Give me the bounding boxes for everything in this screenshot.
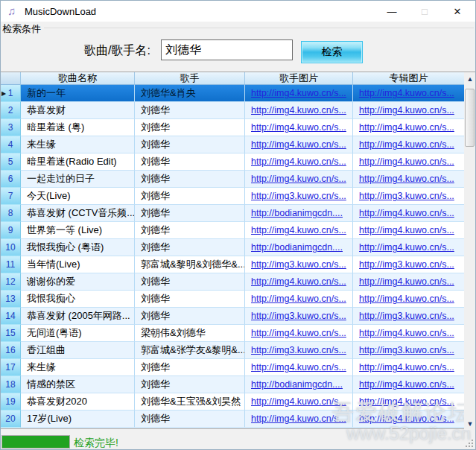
scroll-down-icon[interactable]: ▼ <box>464 417 476 430</box>
artist-image-link[interactable]: http://bodianimgcdn.... <box>251 379 343 390</box>
artist-image-link[interactable]: http://img4.kuwo.cn/s... <box>251 328 346 338</box>
cell-song-name[interactable]: 来生缘 <box>21 136 135 153</box>
artist-image-link[interactable]: http://img3.kuwo.cn/s... <box>251 345 346 355</box>
album-image-link[interactable]: http://img4.kuwo.cn/s... <box>359 139 454 150</box>
search-input[interactable] <box>161 39 293 60</box>
artist-image-link[interactable]: http://img3.kuwo.cn/s... <box>251 191 346 201</box>
row-number-cell[interactable]: ▶ 7 <box>1 188 21 205</box>
cell-artist[interactable]: 刘德华 <box>135 119 245 136</box>
row-number-cell[interactable]: ▶ 15 <box>1 325 21 342</box>
artist-image-link[interactable]: http://img4.kuwo.cn/s... <box>251 174 346 184</box>
cell-song-name[interactable]: 恭喜发财2020 <box>21 393 135 411</box>
row-number-cell[interactable]: ▶ 14 <box>1 308 21 325</box>
artist-image-link[interactable]: http://img4.kuwo.cn/s... <box>251 88 346 98</box>
header-song-name[interactable]: 歌曲名称 <box>21 72 135 85</box>
cell-song-name[interactable]: 恭喜发财 <box>21 102 135 119</box>
cell-song-name[interactable]: 今天(Live) <box>21 188 135 205</box>
cell-song-name[interactable]: 暗里着迷(Radio Edit) <box>21 153 135 171</box>
cell-song-name[interactable]: 世界第一等 (Live) <box>21 222 135 239</box>
scrollbar-thumb[interactable] <box>465 89 475 147</box>
album-image-link[interactable]: http://img4.kuwo.cn/s... <box>359 276 454 287</box>
album-image-link[interactable]: http://img4.kuwo.cn/s... <box>359 122 454 133</box>
row-number-cell[interactable]: ▶ 20 <box>1 411 21 428</box>
cell-artist[interactable]: 刘德华 <box>135 222 245 239</box>
search-button[interactable]: 检索 <box>301 41 363 63</box>
cell-artist[interactable]: 刘德华 <box>135 153 245 171</box>
row-number-cell[interactable]: ▶ 9 <box>1 222 21 239</box>
row-number-cell[interactable]: ▶ 2 <box>1 102 21 119</box>
cell-artist[interactable]: 刘德华 <box>135 411 245 428</box>
artist-image-link[interactable]: http://img4.kuwo.cn/s... <box>251 413 346 424</box>
artist-image-link[interactable]: http://img4.kuwo.cn/s... <box>251 276 346 287</box>
cell-artist[interactable]: 刘德华 <box>135 308 245 325</box>
album-image-link[interactable]: http://img4.kuwo.cn/s... <box>359 225 454 235</box>
cell-song-name[interactable]: 17岁(Live) <box>21 411 135 428</box>
row-number-cell[interactable]: ▶ 16 <box>1 342 21 359</box>
artist-image-link[interactable]: http://img4.kuwo.cn/s... <box>251 139 346 150</box>
cell-artist[interactable]: 刘德华 <box>135 239 245 256</box>
artist-image-link[interactable]: http://bodianimgcdn.... <box>251 208 343 218</box>
minimize-button[interactable]: — <box>375 1 408 22</box>
cell-artist[interactable]: 刘德华 <box>135 376 245 393</box>
cell-artist[interactable]: 刘德华 <box>135 102 245 119</box>
album-image-link[interactable]: http://img4.kuwo.cn/s... <box>359 88 454 98</box>
artist-image-link[interactable]: http://img4.kuwo.cn/s... <box>251 362 346 373</box>
artist-image-link[interactable]: http://img4.kuwo.cn/s... <box>251 105 346 115</box>
cell-song-name[interactable]: 新的一年 <box>21 85 135 102</box>
album-image-link[interactable]: http://img4.kuwo.cn/s... <box>359 413 454 424</box>
cell-artist[interactable]: 刘德华&王宝强&刘昊然 <box>135 393 245 411</box>
row-number-cell[interactable]: ▶ 4 <box>1 136 21 153</box>
cell-artist[interactable]: 梁朝伟&刘德华 <box>135 325 245 342</box>
artist-image-link[interactable]: http://img4.kuwo.cn/s... <box>251 396 346 407</box>
header-album-image[interactable]: 专辑图片 <box>353 72 464 85</box>
cell-song-name[interactable]: 来生缘 <box>21 359 135 376</box>
row-number-cell[interactable]: ▶ 11 <box>1 256 21 273</box>
scroll-up-icon[interactable]: ▲ <box>464 72 476 85</box>
cell-song-name[interactable]: 谢谢你的爱 <box>21 273 135 291</box>
cell-artist[interactable]: 刘德华 <box>135 291 245 308</box>
album-image-link[interactable]: http://img4.kuwo.cn/s... <box>359 396 454 407</box>
cell-song-name[interactable]: 无间道(粤语) <box>21 325 135 342</box>
album-image-link[interactable]: http://img3.kuwo.cn/s... <box>359 259 454 270</box>
maximize-button[interactable]: □ <box>408 1 441 22</box>
artist-image-link[interactable]: http://bodianimgcdn.... <box>251 242 343 253</box>
artist-image-link[interactable]: http://img4.kuwo.cn/s... <box>251 225 346 235</box>
header-artist[interactable]: 歌手 <box>135 72 245 85</box>
album-image-link[interactable]: http://img4.kuwo.cn/s... <box>359 174 454 184</box>
vertical-scrollbar[interactable]: ▲ ▼ <box>464 72 476 430</box>
album-image-link[interactable]: http://img4.kuwo.cn/s... <box>359 156 454 167</box>
cell-artist[interactable]: 郭富城&张学友&黎明&... <box>135 342 245 359</box>
cell-artist[interactable]: 刘德华 <box>135 171 245 188</box>
cell-song-name[interactable]: 当年情(Live) <box>21 256 135 273</box>
artist-image-link[interactable]: http://img4.kuwo.cn/s... <box>251 156 346 167</box>
album-image-link[interactable]: http://img4.kuwo.cn/s... <box>359 379 454 390</box>
album-image-link[interactable]: http://img4.kuwo.cn/s... <box>359 242 454 253</box>
cell-song-name[interactable]: 香江组曲 <box>21 342 135 359</box>
cell-song-name[interactable]: 情感的禁区 <box>21 376 135 393</box>
close-button[interactable]: ✕ <box>441 1 474 22</box>
artist-image-link[interactable]: http://img3.kuwo.cn/s... <box>251 259 346 270</box>
row-number-cell[interactable]: ▶ 18 <box>1 376 21 393</box>
cell-song-name[interactable]: 恭喜发财 (2005年网路... <box>21 308 135 325</box>
row-number-cell[interactable]: ▶ 12 <box>1 273 21 291</box>
row-number-cell[interactable]: ▶ 10 <box>1 239 21 256</box>
cell-song-name[interactable]: 一起走过的日子 <box>21 171 135 188</box>
table-corner-cell[interactable] <box>1 72 21 85</box>
row-number-cell[interactable]: ▶ 3 <box>1 119 21 136</box>
cell-artist[interactable]: 刘德华 <box>135 205 245 222</box>
row-number-cell[interactable]: ▶ 13 <box>1 291 21 308</box>
row-number-cell[interactable]: ▶ 8 <box>1 205 21 222</box>
album-image-link[interactable]: http://img4.kuwo.cn/s... <box>359 105 454 115</box>
album-image-link[interactable]: http://img3.kuwo.cn/s... <box>359 311 454 321</box>
cell-artist[interactable]: 刘德华 <box>135 359 245 376</box>
album-image-link[interactable]: http://img4.kuwo.cn/s... <box>359 294 454 304</box>
header-artist-image[interactable]: 歌手图片 <box>245 72 353 85</box>
album-image-link[interactable]: http://img4.kuwo.cn/s... <box>359 362 454 373</box>
artist-image-link[interactable]: http://img4.kuwo.cn/s... <box>251 294 346 304</box>
row-number-cell[interactable]: ▶ 1 <box>1 85 21 102</box>
resize-grip[interactable] <box>466 440 473 447</box>
row-number-cell[interactable]: ▶ 17 <box>1 359 21 376</box>
album-image-link[interactable]: http://img3.kuwo.cn/s... <box>359 345 454 355</box>
cell-artist[interactable]: 刘德华&肖央 <box>135 85 245 102</box>
artist-image-link[interactable]: http://img4.kuwo.cn/s... <box>251 122 346 133</box>
